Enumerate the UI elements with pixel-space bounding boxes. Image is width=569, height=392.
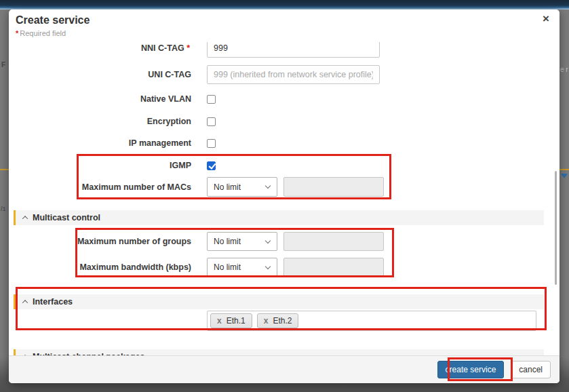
required-asterisk: * [187,43,190,53]
max-macs-value-input-disabled [283,177,384,197]
page-background: F /1 e r Create service *Required field … [0,0,569,392]
chevron-up-icon [22,300,28,305]
interfaces-tag-input[interactable]: x Eth.1 x Eth.2 [207,311,536,331]
required-asterisk: * [16,29,18,37]
max-groups-label: Maximum number of groups [9,237,191,246]
igmp-checkbox[interactable] [207,161,216,170]
dimmed-page-text-fragment: F [1,61,5,68]
encryption-label: Encryption [9,117,191,126]
filter-funnel-icon [561,174,568,178]
modal-title: Create service [16,14,90,26]
native-vlan-label: Native VLAN [9,94,191,104]
encryption-checkbox[interactable] [207,117,216,126]
interface-tag: x Eth.1 [210,313,252,328]
field-row-nni-ctag: NNI C-TAG * [9,42,560,58]
nni-ctag-label: NNI C-TAG * [9,43,191,53]
field-row-max-bandwidth: Maximum bandwidth (kbps) No limit [9,258,560,277]
max-macs-control: No limit [207,177,384,197]
chevron-down-icon [265,264,271,269]
field-row-encryption: Encryption [9,116,560,127]
nni-ctag-control [207,42,380,58]
max-macs-label: Maximum number of MACs [9,182,191,192]
modal-footer: create service cancel [9,355,560,383]
remove-tag-icon[interactable]: x [264,317,269,325]
create-service-modal: Create service *Required field × NNI C-T… [9,9,560,383]
nni-ctag-label-text: NNI C-TAG [141,43,184,53]
nni-ctag-input[interactable] [207,42,380,58]
igmp-label: IGMP [9,161,191,170]
section-title: Multicast control [33,213,100,222]
max-macs-selected-value: No limit [214,182,241,192]
remove-tag-icon[interactable]: x [217,317,222,325]
encryption-control [207,117,216,126]
max-bandwidth-select[interactable]: No limit [207,258,277,277]
ip-management-label: IP management [9,138,191,148]
max-bandwidth-control: No limit [207,258,384,277]
igmp-control [207,161,216,170]
section-header-interfaces[interactable]: Interfaces [14,294,544,309]
modal-body: NNI C-TAG * UNI C-TAG Native VLAN Encryp… [9,42,560,355]
section-header-multicast-channel-packages[interactable]: Multicast channel packages [14,349,544,355]
required-field-note: *Required field [16,29,66,37]
field-row-ip-management: IP management [9,138,560,149]
max-bandwidth-selected-value: No limit [214,262,241,272]
max-bandwidth-label: Maximum bandwidth (kbps) [9,262,191,272]
field-row-max-macs: Maximum number of MACs No limit [9,177,560,197]
modal-scrollbar[interactable] [555,171,557,285]
app-header-bar [0,0,569,9]
uni-ctag-input[interactable] [207,65,380,84]
chevron-down-icon [265,183,271,189]
interface-tag: x Eth.2 [257,313,299,328]
field-row-native-vlan: Native VLAN [9,94,560,104]
field-row-uni-ctag: UNI C-TAG [9,65,560,84]
chevron-up-icon [22,216,28,221]
max-groups-control: No limit [207,232,384,251]
dimmed-page-text-fragment: /1 [1,205,6,212]
section-header-multicast-control[interactable]: Multicast control [14,210,544,225]
modal-header: Create service *Required field × [9,9,560,42]
max-bandwidth-value-input-disabled [283,258,384,277]
field-row-max-groups: Maximum number of groups No limit [9,232,560,251]
max-groups-select[interactable]: No limit [207,232,277,251]
native-vlan-control [207,95,216,104]
dimmed-page-text-fragment: e r [560,66,568,73]
interface-tag-label: Eth.2 [273,316,292,326]
max-groups-value-input-disabled [283,232,384,251]
ip-management-checkbox[interactable] [207,139,216,148]
native-vlan-checkbox[interactable] [207,95,216,104]
field-row-interfaces-tags: x Eth.1 x Eth.2 [9,311,560,331]
close-icon[interactable]: × [543,13,549,24]
chevron-down-icon [265,238,271,243]
uni-ctag-label: UNI C-TAG [9,70,191,79]
field-row-igmp: IGMP [9,160,560,171]
ip-management-control [207,139,216,148]
max-macs-select[interactable]: No limit [207,177,277,197]
max-groups-selected-value: No limit [214,237,241,246]
interfaces-control: x Eth.1 x Eth.2 [207,311,536,331]
required-note-text: Required field [20,29,66,37]
interface-tag-label: Eth.1 [227,316,246,326]
section-title: Interfaces [33,297,73,307]
cancel-button[interactable]: cancel [511,361,551,378]
dimmed-panel-accent-line [560,169,569,170]
uni-ctag-control [207,65,380,84]
dimmed-panel-accent-line [0,169,9,170]
create-service-button[interactable]: create service [437,361,505,378]
